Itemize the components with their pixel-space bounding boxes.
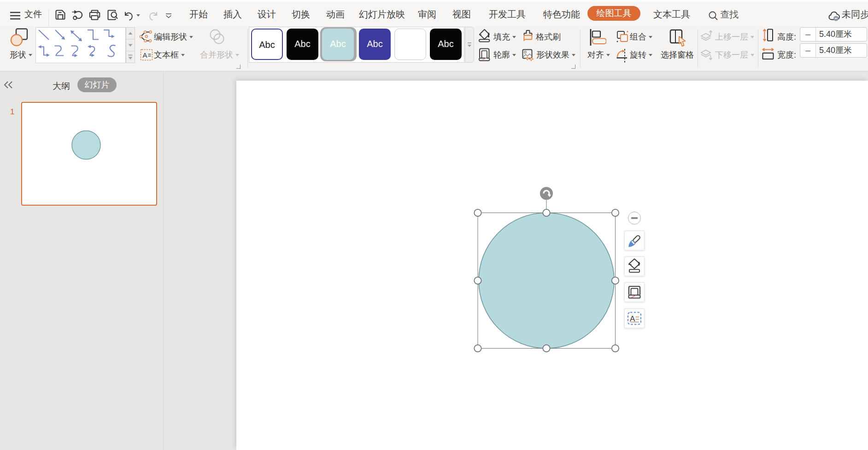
svg-text:A: A [143, 51, 147, 59]
